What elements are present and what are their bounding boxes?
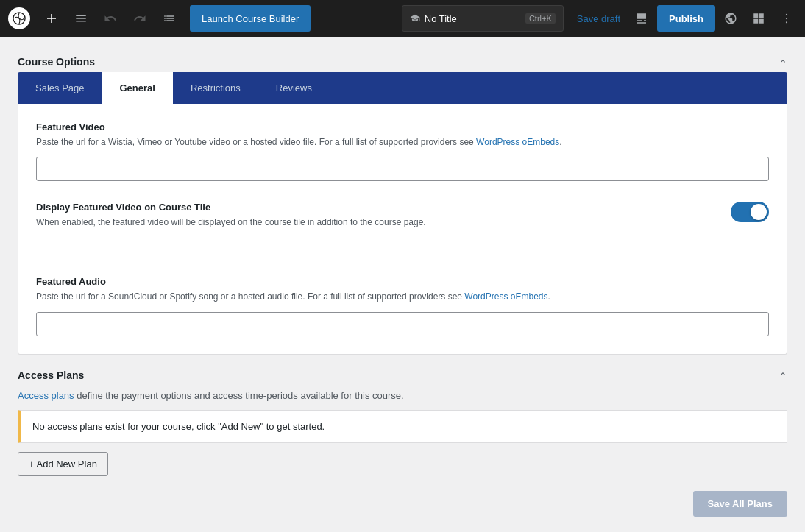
access-plans-link[interactable]: Access plans <box>18 390 74 401</box>
tab-general[interactable]: General <box>102 72 173 104</box>
featured-audio-link[interactable]: WordPress oEmbeds <box>464 291 547 302</box>
toggle-thumb <box>751 204 767 220</box>
course-options-tabs: Sales Page General Restrictions Reviews <box>18 72 787 104</box>
featured-audio-label: Featured Audio <box>36 276 769 287</box>
svg-point-3 <box>786 14 787 15</box>
svg-point-4 <box>786 18 787 19</box>
tab-reviews[interactable]: Reviews <box>258 72 330 104</box>
tab-content-panel: Featured Video Paste the url for a Wisti… <box>18 104 787 355</box>
toggle-track <box>731 202 769 222</box>
tab-sales-page[interactable]: Sales Page <box>18 72 102 104</box>
publish-button[interactable]: Publish <box>657 5 715 32</box>
featured-video-section: Featured Video Paste the url for a Wisti… <box>36 121 769 181</box>
display-toggle-desc: When enabled, the featured video will be… <box>36 216 716 230</box>
svg-rect-2 <box>47 18 56 19</box>
svg-point-5 <box>786 21 787 23</box>
featured-video-input[interactable] <box>36 157 769 181</box>
title-search-bar[interactable]: No Title Ctrl+K <box>402 5 564 32</box>
access-plans-section: Access Plans Access plans define the pay… <box>18 369 787 517</box>
no-plans-notice: No access plans exist for your course, c… <box>18 410 787 443</box>
course-options-title: Course Options <box>18 56 95 68</box>
bottom-row: Save All Plans <box>18 485 787 517</box>
preview-button[interactable] <box>629 7 654 29</box>
undo-button[interactable] <box>97 5 124 32</box>
wordpress-logo <box>6 5 32 32</box>
add-block-button[interactable] <box>38 5 65 32</box>
featured-video-label: Featured Video <box>36 121 769 132</box>
featured-video-link[interactable]: WordPress oEmbeds <box>476 137 559 147</box>
tab-restrictions[interactable]: Restrictions <box>173 72 258 104</box>
tools-button[interactable] <box>68 5 94 32</box>
access-plans-title: Access Plans <box>18 369 84 381</box>
save-draft-button[interactable]: Save draft <box>571 9 626 29</box>
access-plans-collapse-button[interactable] <box>779 369 787 380</box>
featured-audio-input[interactable] <box>36 312 769 336</box>
section-divider <box>36 258 769 258</box>
layout-button[interactable] <box>746 7 771 29</box>
more-options-button[interactable] <box>774 7 799 29</box>
featured-audio-section: Featured Audio Paste the url for a Sound… <box>36 276 769 336</box>
display-toggle-section: Display Featured Video on Course Tile Wh… <box>36 202 769 237</box>
list-view-button[interactable] <box>156 5 182 32</box>
globe-icon-button[interactable] <box>718 7 743 29</box>
graduation-cap-icon <box>410 13 420 24</box>
featured-audio-desc: Paste the url for a SoundCloud or Spotif… <box>36 290 769 304</box>
access-plans-header: Access Plans <box>18 369 787 381</box>
display-toggle-label: Display Featured Video on Course Tile <box>36 202 716 213</box>
document-title: No Title <box>425 13 457 24</box>
display-toggle-switch[interactable] <box>731 202 769 222</box>
add-new-plan-button[interactable]: + Add New Plan <box>18 452 108 476</box>
launch-course-button[interactable]: Launch Course Builder <box>190 5 311 32</box>
course-options-collapse-button[interactable] <box>779 57 787 68</box>
save-all-plans-button[interactable]: Save All Plans <box>693 491 787 517</box>
toolbar: Launch Course Builder No Title Ctrl+K Sa… <box>0 0 805 37</box>
main-content: Course Options Sales Page General Restri… <box>0 37 805 532</box>
redo-button[interactable] <box>127 5 153 32</box>
course-options-header: Course Options <box>18 52 787 72</box>
keyboard-shortcut-badge: Ctrl+K <box>525 13 556 24</box>
featured-video-desc: Paste the url for a Wistia, Vimeo or You… <box>36 135 769 149</box>
access-plans-desc: Access plans define the payment options … <box>18 390 787 401</box>
